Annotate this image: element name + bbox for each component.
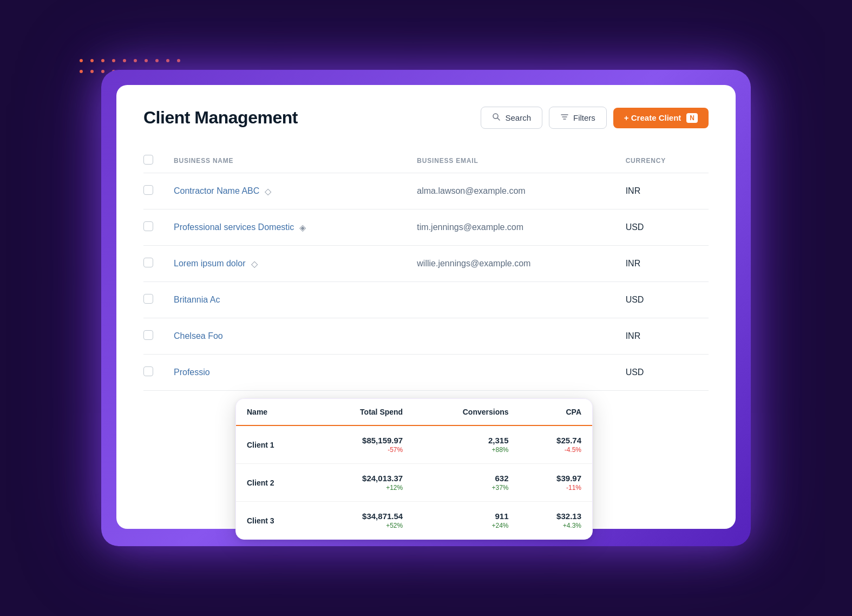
client-currency: USD bbox=[617, 355, 709, 391]
popup-col-conversions: Conversions bbox=[414, 399, 519, 425]
popup-client-name-3: Client 3 bbox=[236, 502, 313, 540]
popup-client-name-2: Client 2 bbox=[236, 464, 313, 502]
row-checkbox-6[interactable] bbox=[143, 366, 153, 376]
popup-header-row: Name Total Spend Conversions CPA bbox=[236, 399, 592, 425]
table-row: Chelsea Foo INR bbox=[143, 318, 709, 355]
table-row: Contractor Name ABC ◇ alma.lawson@exampl… bbox=[143, 173, 709, 209]
table-row: Professional services Domestic ◈ tim.jen… bbox=[143, 209, 709, 246]
business-name-cell: Professio bbox=[174, 368, 399, 377]
popup-spend-1: $85,159.97 -57% bbox=[313, 425, 414, 464]
table-row: Professio USD bbox=[143, 355, 709, 391]
verified-icon: ◇ bbox=[251, 259, 261, 268]
client-email bbox=[408, 318, 617, 355]
business-name-cell: Contractor Name ABC ◇ bbox=[174, 186, 399, 196]
popup-spend-2: $24,013.37 +12% bbox=[313, 464, 414, 502]
client-email bbox=[408, 355, 617, 391]
verified-icon: ◇ bbox=[265, 186, 274, 196]
row-checkbox-3[interactable] bbox=[143, 258, 153, 267]
filters-button[interactable]: Filters bbox=[549, 107, 607, 129]
verified-icon: ◈ bbox=[299, 222, 309, 232]
client-currency: INR bbox=[617, 173, 709, 209]
panel-header: Client Management Search bbox=[143, 107, 709, 129]
popup-cpa-1: $25.74 -4.5% bbox=[520, 425, 592, 464]
col-currency: CURRENCY bbox=[617, 148, 709, 173]
col-business-name: BUSINESS NAME bbox=[165, 148, 408, 173]
search-icon bbox=[492, 113, 501, 123]
outer-wrapper: Client Management Search bbox=[69, 48, 783, 568]
client-name: Britannia Ac bbox=[174, 295, 220, 305]
client-name: Professio bbox=[174, 368, 210, 377]
filters-label: Filters bbox=[573, 113, 595, 122]
business-name-cell: Professional services Domestic ◈ bbox=[174, 222, 399, 232]
table-header-row: BUSINESS NAME BUSINESS EMAIL CURRENCY bbox=[143, 148, 709, 173]
create-client-label: + Create Client bbox=[624, 113, 681, 122]
popup-conversions-2: 632 +37% bbox=[414, 464, 519, 502]
popup-client-name-1: Client 1 bbox=[236, 425, 313, 464]
client-name: Professional services Domestic bbox=[174, 222, 294, 232]
client-currency: INR bbox=[617, 246, 709, 282]
popup-col-name: Name bbox=[236, 399, 313, 425]
client-currency: USD bbox=[617, 282, 709, 318]
table-row: Britannia Ac USD bbox=[143, 282, 709, 318]
popup-col-cpa: CPA bbox=[520, 399, 592, 425]
business-name-cell: Lorem ipsum dolor ◇ bbox=[174, 259, 399, 268]
client-email: alma.lawson@example.com bbox=[408, 173, 617, 209]
create-client-button[interactable]: + Create Client N bbox=[613, 108, 709, 128]
create-client-badge: N bbox=[686, 113, 698, 123]
popup-conversions-1: 2,315 +88% bbox=[414, 425, 519, 464]
popup-cpa-3: $32.13 +4.3% bbox=[520, 502, 592, 540]
header-actions: Search Filters + Create Client N bbox=[481, 107, 709, 129]
row-checkbox-1[interactable] bbox=[143, 185, 153, 195]
popup-col-total-spend: Total Spend bbox=[313, 399, 414, 425]
row-checkbox-2[interactable] bbox=[143, 221, 153, 231]
business-name-cell: Britannia Ac bbox=[174, 295, 399, 305]
client-email bbox=[408, 282, 617, 318]
client-table: BUSINESS NAME BUSINESS EMAIL CURRENCY Co… bbox=[143, 148, 709, 391]
client-name: Lorem ipsum dolor bbox=[174, 259, 246, 268]
search-button[interactable]: Search bbox=[481, 107, 542, 129]
search-label: Search bbox=[505, 113, 531, 122]
client-email: willie.jennings@example.com bbox=[408, 246, 617, 282]
purple-card: Client Management Search bbox=[101, 70, 751, 546]
select-all-checkbox[interactable] bbox=[143, 155, 153, 165]
row-checkbox-4[interactable] bbox=[143, 294, 153, 304]
page-title: Client Management bbox=[143, 108, 298, 128]
popup-cpa-2: $39.97 -11% bbox=[520, 464, 592, 502]
popup-row-2: Client 2 $24,013.37 +12% 632 +37% $39.97 bbox=[236, 464, 592, 502]
client-currency: USD bbox=[617, 209, 709, 246]
business-name-cell: Chelsea Foo bbox=[174, 331, 399, 341]
svg-line-1 bbox=[497, 118, 500, 120]
popup-spend-3: $34,871.54 +52% bbox=[313, 502, 414, 540]
filter-icon bbox=[560, 113, 569, 123]
popup-table: Name Total Spend Conversions CPA Client … bbox=[236, 399, 592, 539]
client-email: tim.jennings@example.com bbox=[408, 209, 617, 246]
row-checkbox-5[interactable] bbox=[143, 330, 153, 340]
main-panel: Client Management Search bbox=[116, 85, 736, 529]
table-row: Lorem ipsum dolor ◇ willie.jennings@exam… bbox=[143, 246, 709, 282]
client-name: Chelsea Foo bbox=[174, 331, 223, 341]
popup-row-3: Client 3 $34,871.54 +52% 911 +24% $32.13 bbox=[236, 502, 592, 540]
client-name: Contractor Name ABC bbox=[174, 186, 259, 196]
popup-row-1: Client 1 $85,159.97 -57% 2,315 +88% $25.… bbox=[236, 425, 592, 464]
popup-card: Name Total Spend Conversions CPA Client … bbox=[235, 398, 593, 540]
col-business-email: BUSINESS EMAIL bbox=[408, 148, 617, 173]
popup-conversions-3: 911 +24% bbox=[414, 502, 519, 540]
client-currency: INR bbox=[617, 318, 709, 355]
col-checkbox bbox=[143, 148, 165, 173]
